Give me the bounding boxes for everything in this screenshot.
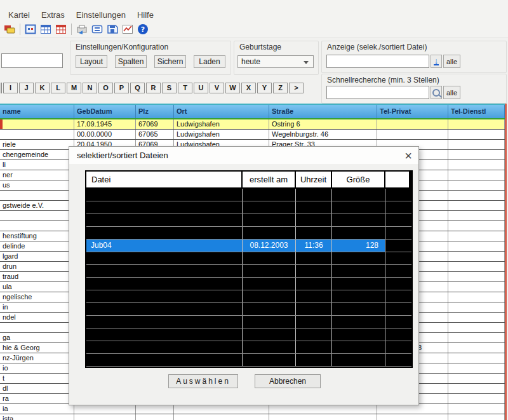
file-row-empty[interactable] bbox=[86, 303, 411, 316]
file-cell bbox=[296, 329, 332, 341]
alpha-button-n[interactable]: N bbox=[83, 83, 97, 93]
file-table: Dateierstellt amUhrzeitGröße Jub0408.12.… bbox=[85, 170, 413, 368]
file-column-header-extra[interactable] bbox=[385, 172, 409, 187]
file-cell bbox=[243, 316, 296, 328]
table-blue-icon[interactable] bbox=[39, 24, 52, 35]
display-group: Anzeige (selek./sortiert Datei) ↓ alle bbox=[321, 41, 507, 73]
file-row-empty[interactable] bbox=[86, 189, 411, 201]
file-row-empty[interactable] bbox=[86, 341, 411, 354]
cell-tel_dienst bbox=[448, 272, 505, 281]
save-disk-icon[interactable] bbox=[106, 24, 119, 35]
search-alle-button[interactable]: alle bbox=[443, 86, 460, 99]
layout-button[interactable]: Layout bbox=[76, 55, 107, 68]
file-column-header-größe[interactable]: Größe bbox=[332, 172, 385, 187]
alpha-button-l[interactable]: L bbox=[51, 83, 65, 93]
menu-extras[interactable]: Extras bbox=[36, 9, 70, 21]
display-alle-button[interactable]: alle bbox=[443, 55, 460, 68]
file-row-empty[interactable] bbox=[86, 214, 411, 227]
file-column-header-erstellt-am[interactable]: erstellt am bbox=[243, 172, 296, 187]
file-cell bbox=[385, 354, 409, 366]
file-row-empty[interactable] bbox=[86, 265, 411, 278]
photo-table-icon[interactable] bbox=[24, 24, 37, 35]
file-row-empty[interactable] bbox=[86, 354, 411, 367]
file-row-empty[interactable] bbox=[86, 316, 411, 329]
sichern-button[interactable]: Sichern bbox=[154, 55, 186, 68]
alpha-button-p[interactable]: P bbox=[114, 83, 129, 93]
file-row-empty[interactable] bbox=[86, 290, 411, 303]
file-row-empty[interactable] bbox=[86, 329, 411, 341]
table-row[interactable]: ia bbox=[0, 404, 505, 414]
alpha-button-z[interactable]: Z bbox=[273, 83, 288, 93]
right-edge-marker bbox=[505, 104, 507, 420]
birthdays-group-label: Geburtstage bbox=[239, 43, 281, 51]
quick-search-input[interactable] bbox=[326, 86, 429, 99]
column-header-gebdatum[interactable]: GebDatum bbox=[74, 105, 136, 118]
cell-name: lgard bbox=[0, 252, 74, 261]
table-row[interactable]: 17.09.194567069LudwigshafenOstring 6 bbox=[0, 119, 505, 130]
alpha-button-m[interactable]: M bbox=[67, 83, 81, 93]
spalten-button[interactable]: Spalten bbox=[115, 55, 147, 68]
birthdays-select[interactable]: heute bbox=[237, 55, 314, 68]
cell-tel_dienst bbox=[448, 302, 505, 312]
cell-name: io bbox=[0, 363, 74, 373]
toolbar-separator bbox=[71, 24, 72, 35]
column-header-name[interactable]: name bbox=[0, 105, 74, 118]
menu-hilfe[interactable]: Hilfe bbox=[131, 9, 159, 21]
alpha-button-t[interactable]: T bbox=[178, 83, 192, 93]
cell-name: riele bbox=[0, 140, 74, 149]
file-cell: 128 bbox=[332, 240, 385, 252]
file-row-empty[interactable] bbox=[86, 201, 411, 214]
alpha-button-s[interactable]: S bbox=[162, 83, 177, 93]
column-header-tel-dienstl[interactable]: Tel-Dienstl bbox=[448, 105, 505, 118]
card-file-icon[interactable] bbox=[3, 24, 16, 35]
cell-tel_dienst bbox=[448, 343, 505, 353]
menu-einstellungen[interactable]: Einstellungen bbox=[70, 9, 131, 21]
file-cell bbox=[86, 227, 243, 239]
file-cell bbox=[243, 201, 296, 213]
print-export-icon[interactable] bbox=[76, 24, 88, 35]
table-row[interactable]: 00.00.000067065LudwigshafenWegelnburgstr… bbox=[0, 130, 505, 140]
alpha-button-v[interactable]: V bbox=[210, 83, 224, 93]
file-column-header-uhrzeit[interactable]: Uhrzeit bbox=[296, 172, 332, 187]
column-header-plz[interactable]: Plz bbox=[136, 105, 174, 118]
alpha-button-r[interactable]: R bbox=[146, 83, 161, 93]
cell-ort bbox=[174, 404, 269, 414]
file-row-empty[interactable] bbox=[86, 278, 411, 290]
file-row-empty[interactable] bbox=[86, 252, 411, 265]
alpha-button-q[interactable]: Q bbox=[130, 83, 145, 93]
column-header-straße[interactable]: Straße bbox=[269, 105, 377, 118]
load-file-button[interactable]: ↓ bbox=[431, 55, 442, 68]
file-column-header-datei[interactable]: Datei bbox=[86, 172, 243, 187]
menu-kartei[interactable]: Kartei bbox=[3, 9, 36, 21]
file-row[interactable]: Jub0408.12.200311:36128 bbox=[86, 240, 411, 252]
alpha-button-i[interactable]: I bbox=[3, 83, 18, 93]
search-icon bbox=[432, 89, 440, 97]
file-cell bbox=[385, 290, 409, 302]
auswaehlen-button[interactable]: Auswählen bbox=[168, 374, 238, 388]
help-icon[interactable]: ? bbox=[137, 24, 149, 35]
left-filter-input[interactable] bbox=[1, 53, 63, 68]
alpha-button-u[interactable]: U bbox=[194, 83, 208, 93]
alpha-button-cut[interactable] bbox=[1, 83, 2, 93]
alpha-button-w[interactable]: W bbox=[225, 83, 240, 93]
close-icon[interactable]: × bbox=[404, 149, 412, 162]
display-file-input[interactable] bbox=[326, 55, 429, 68]
cell-name bbox=[0, 211, 74, 220]
laden-button[interactable]: Laden bbox=[194, 55, 225, 68]
file-row-empty[interactable] bbox=[86, 227, 411, 240]
alpha-button-x[interactable]: X bbox=[241, 83, 256, 93]
table-red-icon[interactable] bbox=[55, 24, 67, 35]
cell-tel_dienst bbox=[448, 211, 505, 220]
alpha-button-y[interactable]: Y bbox=[257, 83, 272, 93]
table-row[interactable]: ista bbox=[0, 414, 505, 420]
column-header-tel-privat[interactable]: Tel-Privat bbox=[377, 105, 448, 118]
alpha-button-j[interactable]: J bbox=[19, 83, 34, 93]
alpha-button-k[interactable]: K bbox=[35, 83, 50, 93]
abbrechen-button[interactable]: Abbrechen bbox=[255, 374, 321, 388]
list-view-icon[interactable] bbox=[91, 24, 104, 35]
alpha-button-o[interactable]: O bbox=[98, 83, 113, 93]
column-header-ort[interactable]: Ort bbox=[174, 105, 269, 118]
alpha-button-next[interactable]: > bbox=[289, 83, 304, 93]
search-button[interactable] bbox=[431, 86, 442, 99]
chart-icon[interactable] bbox=[121, 24, 134, 35]
